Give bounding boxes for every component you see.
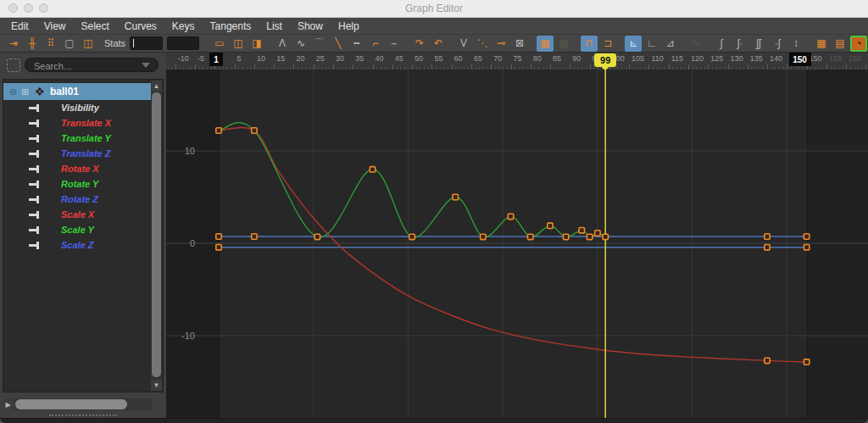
channel-row-rotate-x[interactable]: Rotate X (3, 161, 151, 176)
auto-load-graph-icon[interactable]: ▦ (537, 36, 554, 52)
menu-view[interactable]: View (36, 18, 74, 34)
step-tangents-icon[interactable]: ⌐ (367, 36, 384, 52)
keyframe[interactable] (548, 223, 553, 228)
chevron-down-icon[interactable] (142, 63, 150, 68)
unify-tangents-icon[interactable]: ⋱ (474, 36, 491, 52)
channel-row-rotate-y[interactable]: Rotate Y (3, 176, 151, 192)
keyframe[interactable] (765, 245, 770, 250)
buffer-curve-snapshot-icon[interactable]: ↷ (411, 36, 428, 52)
menu-curves[interactable]: Curves (117, 18, 164, 34)
pre-infinity-cycle-offset-icon[interactable]: ʃ· (732, 36, 748, 52)
absolute-view-icon[interactable]: ⊾ (625, 36, 642, 52)
channel-row-rotate-z[interactable]: Rotate Z (3, 192, 151, 207)
spline-tangents-icon[interactable]: ∿ (292, 36, 309, 52)
keyframe[interactable] (252, 128, 257, 133)
stacked-curve-spacing-icon[interactable]: ↕ (787, 36, 804, 52)
center-current-time-icon[interactable]: ◨ (248, 36, 265, 52)
playback-range-marker[interactable]: 150 (789, 53, 811, 66)
expand-icon[interactable]: ⊞ (21, 86, 29, 97)
keyframe[interactable] (563, 234, 568, 239)
horizontal-scroll-thumb[interactable] (15, 399, 127, 409)
menu-edit[interactable]: Edit (3, 18, 36, 34)
keyframe[interactable] (216, 234, 221, 239)
plateau-tangents-icon[interactable]: ⌢ (386, 36, 403, 52)
search-input[interactable] (32, 59, 137, 72)
retime-tool-icon[interactable]: ◫ (80, 36, 97, 52)
keyframe[interactable] (804, 359, 809, 365)
load-graph-disabled-icon[interactable]: ▦ (555, 36, 572, 52)
channel-row-translate-x[interactable]: Translate X (3, 115, 151, 131)
keyframe[interactable] (579, 228, 584, 233)
search-box[interactable] (25, 58, 159, 72)
stacked-view-icon[interactable]: ∟ (643, 36, 660, 52)
menu-help[interactable]: Help (331, 18, 367, 34)
keyframe[interactable] (528, 234, 533, 239)
keyframe[interactable] (595, 231, 600, 236)
value-snap-icon[interactable]: ⊐ (599, 36, 616, 52)
playback-range-marker[interactable]: 1 (209, 53, 223, 66)
scroll-right-icon[interactable]: ▶ (3, 398, 14, 410)
tree-vertical-scrollbar[interactable]: ▲ ▼ (151, 81, 162, 391)
keyframe[interactable] (453, 194, 458, 199)
anim-curve[interactable] (219, 123, 605, 237)
keyframe[interactable] (216, 128, 221, 133)
curves-canvas[interactable] (166, 70, 868, 418)
tree-node-ball01[interactable]: ⊖ ⊞ ❖ ball01 (3, 83, 151, 100)
break-tangents-icon[interactable]: V (455, 36, 472, 52)
menu-list[interactable]: List (259, 18, 290, 34)
keyframe[interactable] (603, 234, 608, 239)
current-frame-marker[interactable]: 99 (594, 53, 616, 67)
region-select-tool-icon[interactable]: ▢ (61, 36, 78, 52)
menu-tangents[interactable]: Tangents (203, 18, 259, 34)
keyframe[interactable] (216, 245, 221, 250)
open-dope-sheet-icon[interactable]: ▦ (813, 36, 830, 52)
filter-icon[interactable] (7, 58, 20, 72)
channel-row-scale-x[interactable]: Scale X (3, 207, 151, 222)
curve-plot-area[interactable]: 100-10 (166, 70, 868, 418)
stats-time-field[interactable] (130, 36, 162, 50)
post-infinity-cycle-icon[interactable]: ʃʃ (750, 36, 767, 52)
swap-buffer-curve-icon[interactable]: ↶ (430, 36, 447, 52)
flat-tangents-icon[interactable]: ╍ (348, 36, 365, 52)
collapse-icon[interactable]: ⊖ (9, 86, 17, 97)
keyframe[interactable] (804, 234, 809, 239)
keyframe[interactable] (765, 358, 770, 363)
frame-all-icon[interactable]: ▭ (211, 36, 228, 52)
menu-show[interactable]: Show (290, 18, 331, 34)
keyframe[interactable] (508, 214, 513, 219)
post-infinity-cycle-offset-icon[interactable]: ·ʃ (769, 36, 786, 52)
free-tangent-weight-icon[interactable]: ⊸ (492, 36, 509, 52)
time-snap-icon[interactable]: ⊓ (581, 36, 598, 52)
scroll-down-icon[interactable]: ▼ (151, 380, 162, 391)
lock-tangent-weight-icon[interactable]: ⊠ (511, 36, 528, 52)
insert-keys-tool-icon[interactable]: ╫ (24, 36, 41, 52)
lattice-deform-keys-tool-icon[interactable]: ⠿ (42, 36, 59, 52)
scroll-up-icon[interactable]: ▲ (151, 81, 162, 92)
channel-row-translate-z[interactable]: Translate Z (3, 146, 151, 161)
anim-curve[interactable] (219, 128, 807, 363)
keyframe[interactable] (804, 245, 809, 250)
channel-row-scale-y[interactable]: Scale Y (3, 222, 151, 237)
linear-tangents-icon[interactable]: ╲ (330, 36, 347, 52)
tree-horizontal-scrollbar[interactable]: ◀ ▶ (3, 398, 152, 410)
keyframe[interactable] (314, 234, 320, 239)
normalized-view-icon[interactable]: ⊿ (662, 36, 679, 52)
time-ruler[interactable]: -10-505101520253035404550556065707580859… (166, 53, 868, 70)
keyframe[interactable] (587, 234, 592, 239)
channel-row-scale-z[interactable]: Scale Z (3, 237, 151, 253)
keyframe[interactable] (370, 167, 375, 172)
ghost-curves-disabled-icon[interactable]: ∿ (687, 36, 704, 52)
keyframe[interactable] (252, 234, 257, 239)
open-time-editor-icon[interactable]: ◔ (850, 36, 867, 52)
menu-keys[interactable]: Keys (164, 18, 203, 34)
auto-tangents-icon[interactable]: Λ (274, 36, 291, 52)
open-trax-editor-icon[interactable]: ▤ (832, 36, 849, 52)
frame-playback-range-icon[interactable]: ◫ (230, 36, 247, 52)
stats-value-field[interactable] (167, 36, 199, 50)
keyframe[interactable] (481, 234, 486, 239)
menu-select[interactable]: Select (73, 18, 116, 34)
channel-row-visibility[interactable]: Visibility (3, 100, 151, 115)
pre-infinity-cycle-icon[interactable]: ʃ (713, 36, 730, 52)
keyframe[interactable] (409, 234, 415, 239)
vertical-scroll-thumb[interactable] (152, 92, 161, 377)
